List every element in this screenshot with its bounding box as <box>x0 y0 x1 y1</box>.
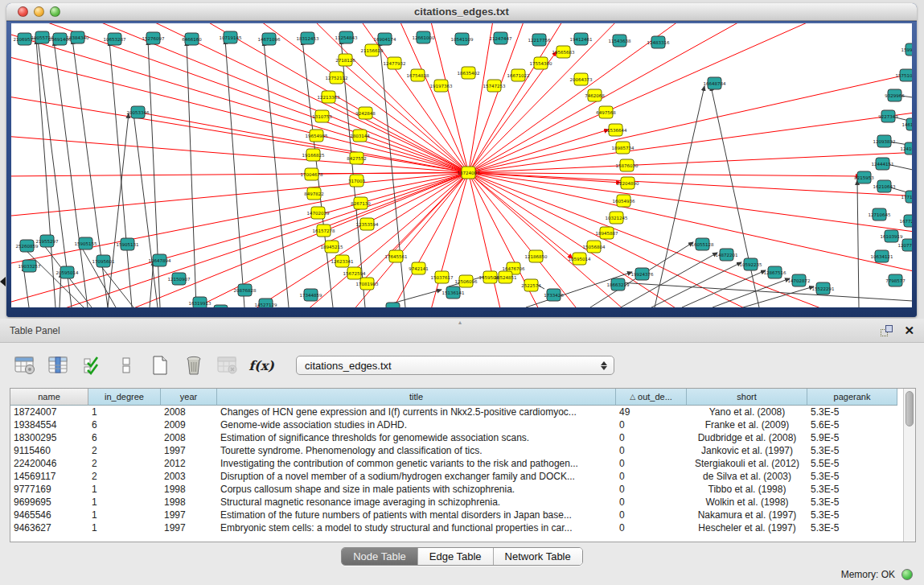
graph-node[interactable]: 18945215 <box>321 241 343 253</box>
graph-node[interactable]: 15905131 <box>117 238 139 250</box>
delete-columns-icon[interactable] <box>182 353 206 377</box>
zoom-window-button[interactable] <box>50 6 60 17</box>
graph-node[interactable]: 12506096 <box>455 275 478 287</box>
graph-node[interactable]: 12661000 <box>413 31 435 43</box>
table-row[interactable]: 946362711997Embryonic stem cells: a mode… <box>10 521 915 534</box>
graph-node[interactable]: 12077022 <box>898 239 913 251</box>
show-columns-icon[interactable] <box>47 353 71 377</box>
network-canvas[interactable]: 2718126127521121221336313107531965498519… <box>11 23 912 307</box>
create-column-icon[interactable] <box>148 353 172 377</box>
graph-node[interactable]: 16210643 <box>873 180 896 192</box>
memory-status-icon[interactable] <box>901 569 913 580</box>
graph-node[interactable]: 18985734 <box>612 142 634 154</box>
graph-node[interactable]: 8427552 <box>347 152 367 164</box>
graph-node[interactable]: 18663219 <box>607 278 630 290</box>
graph-node[interactable]: 15751074 <box>896 69 913 81</box>
graph-node[interactable]: 15747253 <box>483 80 506 92</box>
table-row[interactable]: 2242004622012Investigating the contribut… <box>10 457 915 470</box>
panel-drag-grip[interactable]: ▴ <box>458 319 464 325</box>
graph-node[interactable]: 14671096 <box>258 33 281 45</box>
graph-node[interactable]: 17554300 <box>530 57 552 69</box>
graph-node[interactable]: 9329966 <box>885 89 905 101</box>
table-row[interactable]: 1872400712008Changes of HCN gene express… <box>10 406 915 418</box>
graph-node[interactable]: 10647894 <box>149 254 171 266</box>
graph-node[interactable]: 2718126 <box>335 54 355 66</box>
graph-node[interactable]: 14872201 <box>716 249 738 261</box>
graph-node[interactable]: 12710645 <box>869 208 891 220</box>
graph-node[interactable]: 16055128 <box>692 238 714 250</box>
graph-node[interactable]: 21536644 <box>605 124 627 136</box>
graph-node[interactable]: 17095601 <box>92 255 115 267</box>
graph-node[interactable]: 7462068 <box>585 89 605 101</box>
collapse-handle-icon[interactable] <box>0 277 6 286</box>
select-all-icon[interactable] <box>80 353 105 377</box>
graph-node[interactable]: 16319913 <box>189 297 211 307</box>
graph-node[interactable]: 20064373 <box>570 73 593 85</box>
table-row[interactable]: 1830029562008Estimation of significance … <box>10 431 915 444</box>
column-header-pagerank[interactable]: pagerank <box>807 389 897 406</box>
graph-node[interactable]: 15905155 <box>75 237 97 249</box>
minimize-window-button[interactable] <box>34 6 44 17</box>
window-titlebar[interactable]: citations_edges.txt <box>6 3 917 21</box>
column-header-name[interactable]: name <box>10 389 88 406</box>
graph-node[interactable]: 16648784 <box>704 77 726 89</box>
graph-node[interactable]: 9227343 <box>878 110 898 122</box>
graph-node[interactable]: 10595014 <box>569 253 591 265</box>
close-panel-icon[interactable]: ✕ <box>904 325 914 336</box>
column-header-short[interactable]: short <box>687 389 807 406</box>
graph-node[interactable]: 8215953 <box>854 171 874 183</box>
graph-node[interactable]: 12150907 <box>168 273 191 285</box>
graph-node[interactable]: 15522291 <box>812 282 835 295</box>
graph-node[interactable]: 20595014 <box>56 266 79 278</box>
graph-node[interactable]: 19197363 <box>430 80 453 92</box>
network-graph[interactable]: 2718126127521121221336313107531965498519… <box>11 23 912 307</box>
graph-node[interactable]: 19412461 <box>570 33 593 45</box>
graph-node[interactable]: 15276097 <box>142 32 165 44</box>
graph-node[interactable]: 7798577 <box>885 274 906 286</box>
graph-node[interactable]: 14527129 <box>255 299 277 307</box>
tab-edge-table[interactable]: Edge Table <box>418 548 494 565</box>
graph-node[interactable]: 8497822 <box>304 187 324 200</box>
graph-node[interactable]: 17645561 <box>385 250 408 262</box>
graph-node[interactable]: 14702872 <box>788 274 811 286</box>
graph-node[interactable]: 17004678 <box>301 168 323 180</box>
graph-node[interactable]: 2522574 <box>521 279 541 291</box>
function-builder-icon[interactable]: f(x) <box>249 353 273 377</box>
graph-node[interactable]: 9742141 <box>409 262 429 274</box>
table-row[interactable]: 946554611997Estimation of the future num… <box>10 509 915 521</box>
graph-node[interactable]: 15876030 <box>616 159 639 171</box>
graph-node[interactable]: 17710103 <box>901 191 913 203</box>
close-window-button[interactable] <box>18 6 28 17</box>
graph-node[interactable]: 19565683 <box>552 46 575 58</box>
graph-node[interactable]: 10719145 <box>220 31 242 43</box>
graph-node[interactable]: 18312453 <box>297 32 319 44</box>
graph-node[interactable]: 10592235 <box>740 258 762 270</box>
graph-node[interactable]: 10634121 <box>871 250 893 262</box>
graph-node[interactable]: 10541109 <box>451 33 474 45</box>
graph-node[interactable]: 12213363 <box>318 91 340 103</box>
float-panel-icon[interactable] <box>881 325 893 336</box>
scrollbar-thumb[interactable] <box>906 391 914 426</box>
graph-node[interactable]: 15136141 <box>442 286 465 299</box>
graph-node[interactable]: 12867516 <box>764 266 786 278</box>
vertical-scrollbar[interactable] <box>903 389 915 542</box>
column-header-in_degree[interactable]: in_degree <box>88 389 161 406</box>
graph-node[interactable]: 21955297 <box>36 235 59 247</box>
graph-node[interactable]: 1733426 <box>544 289 564 301</box>
graph-node[interactable]: 12186850 <box>525 250 548 262</box>
graph-node[interactable]: 15998471 <box>901 43 913 56</box>
graph-node[interactable]: 8267130 <box>351 197 371 209</box>
graph-node[interactable]: 12353594 <box>356 218 379 230</box>
graph-node[interactable]: 1310753 <box>312 110 332 122</box>
clear-selection-icon[interactable] <box>114 353 138 377</box>
graph-node[interactable]: 10321245 <box>606 212 628 224</box>
table-row[interactable]: 1456911722003Disruption of a novel membe… <box>10 470 915 483</box>
table-row[interactable]: 977716911998Corpus callosum shape and si… <box>10 483 915 496</box>
tab-network-table[interactable]: Network Table <box>494 548 582 565</box>
graph-node[interactable]: 12093832 <box>873 135 896 147</box>
graph-node[interactable]: 21247447 <box>490 32 512 44</box>
graph-node[interactable]: 15037617 <box>431 271 454 283</box>
table-row[interactable]: 911546021997Tourette syndrome. Phenomeno… <box>10 444 915 457</box>
graph-node[interactable]: 19654985 <box>306 130 328 142</box>
graph-node[interactable]: 20876828 <box>234 284 257 296</box>
